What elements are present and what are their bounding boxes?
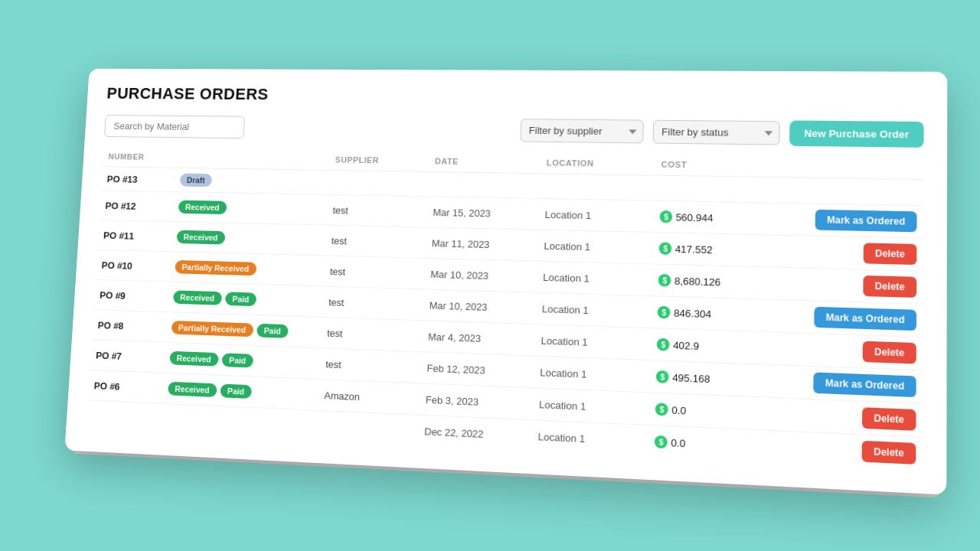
mark-as-ordered-button[interactable]: Mark as Ordered (815, 210, 917, 233)
cost-value: 417.552 (675, 243, 713, 255)
location-cell: Location 1 (534, 356, 651, 393)
action-cell: Delete (769, 332, 923, 370)
dollar-icon: $ (659, 242, 672, 255)
cost-cell (654, 175, 772, 203)
delete-button[interactable]: Delete (862, 441, 916, 465)
location-cell: Location 1 (534, 324, 651, 360)
date-cell: Mar 10, 2023 (424, 258, 537, 292)
supplier-cell: test (322, 286, 424, 321)
cost-value: 846.304 (674, 307, 711, 320)
date-cell: Mar 11, 2023 (425, 227, 538, 261)
mark-as-ordered-button[interactable]: Mark as Ordered (814, 372, 916, 397)
delete-button[interactable]: Delete (862, 407, 916, 431)
location-cell: Location 1 (535, 292, 652, 328)
page-title: PURCHASE ORDERS (106, 84, 924, 109)
cost-value: 8,680.126 (675, 275, 721, 288)
col-header-status (171, 148, 330, 170)
cost-cell: $846.304 (651, 296, 770, 332)
col-header-cost: COST (655, 155, 773, 178)
po-number: PO #13 (106, 173, 138, 184)
status-badge-paid: Paid (220, 384, 252, 399)
supplier-cell: Amazon (318, 379, 420, 415)
action-cell: Mark as Ordered (771, 203, 923, 238)
cost-value: 0.0 (671, 404, 686, 416)
action-cell: Delete (768, 430, 923, 470)
supplier-cell: test (326, 194, 427, 227)
date-cell: Mar 15, 2023 (426, 197, 539, 230)
status-badge-paid: Paid (256, 324, 289, 338)
dollar-icon: $ (655, 403, 668, 416)
cost-value: 402.9 (673, 339, 699, 352)
supplier-cell (328, 170, 429, 196)
col-header-location: LOCATION (540, 154, 655, 176)
delete-button[interactable]: Delete (864, 243, 917, 265)
status-badge-paid: Paid (221, 353, 253, 367)
dollar-icon: $ (660, 210, 673, 223)
cost-cell: $8,680.126 (652, 264, 770, 299)
status-badge-received: Received (178, 201, 227, 214)
status-badge-received: Received (168, 382, 217, 397)
dollar-icon: $ (657, 338, 670, 351)
dollar-icon: $ (658, 306, 671, 319)
cost-cell: $495.168 (649, 360, 769, 398)
cost-cell: $0.0 (648, 425, 768, 463)
action-cell: Delete (770, 267, 923, 304)
status-badge-received: Received (169, 351, 219, 367)
dollar-icon: $ (658, 274, 671, 287)
location-cell: Location 1 (537, 230, 653, 264)
po-number: PO #10 (101, 259, 132, 271)
status-badge-received: Received (176, 230, 225, 245)
action-cell: Delete (771, 235, 923, 271)
delete-button[interactable]: Delete (863, 276, 916, 298)
location-cell: Location 1 (531, 420, 648, 458)
po-number: PO #9 (100, 289, 126, 301)
status-badge-received: Received (173, 290, 222, 305)
cost-value: 0.0 (671, 436, 685, 449)
location-cell: Location 1 (537, 261, 653, 296)
col-header-number: NUMBER (103, 148, 172, 168)
po-number: PO #8 (97, 319, 124, 331)
col-header-action (773, 157, 924, 180)
supplier-cell: test (323, 256, 425, 289)
new-purchase-order-button[interactable]: New Purchase Order (789, 120, 924, 147)
filter-status-select[interactable]: Filter by status (653, 120, 780, 145)
po-number: PO #6 (93, 380, 120, 392)
search-input[interactable] (104, 115, 245, 139)
po-number: PO #11 (103, 230, 135, 241)
supplier-cell (316, 410, 419, 446)
cost-cell: $402.9 (650, 328, 769, 365)
date-cell: Mar 4, 2023 (422, 321, 536, 356)
location-cell: Location 1 (538, 198, 654, 232)
po-number: PO #12 (105, 200, 136, 211)
status-badge-partial: Partially Received (175, 260, 256, 276)
col-header-supplier: SUPPLIER (329, 151, 430, 172)
filter-supplier-select[interactable]: Filter by supplier (520, 119, 644, 143)
location-cell: Location 1 (532, 388, 649, 425)
date-cell: Feb 3, 2023 (419, 383, 533, 420)
supplier-cell: test (321, 317, 423, 351)
po-number: PO #7 (96, 350, 122, 362)
status-badge-paid: Paid (225, 292, 257, 306)
date-cell: Mar 10, 2023 (423, 289, 536, 324)
status-badge-draft: Draft (179, 173, 212, 187)
action-cell (772, 177, 923, 205)
col-header-date: DATE (429, 152, 541, 174)
status-badge-partial: Partially Received (171, 321, 253, 337)
cost-cell: $560.944 (653, 201, 772, 235)
cost-cell: $0.0 (648, 393, 769, 430)
supplier-cell: test (325, 225, 426, 258)
mark-as-ordered-button[interactable]: Mark as Ordered (815, 307, 917, 331)
delete-button[interactable]: Delete (863, 341, 916, 364)
cost-value: 495.168 (672, 371, 710, 384)
date-cell (428, 171, 541, 198)
cost-value: 560.944 (675, 211, 713, 223)
location-cell (539, 174, 655, 201)
cost-cell: $417.552 (652, 233, 771, 268)
date-cell: Dec 22, 2022 (418, 415, 533, 452)
dollar-icon: $ (656, 370, 669, 383)
supplier-cell: test (319, 348, 422, 383)
dollar-icon: $ (655, 435, 668, 448)
date-cell: Feb 12, 2023 (420, 352, 534, 388)
action-cell: Mark as Ordered (770, 299, 923, 337)
